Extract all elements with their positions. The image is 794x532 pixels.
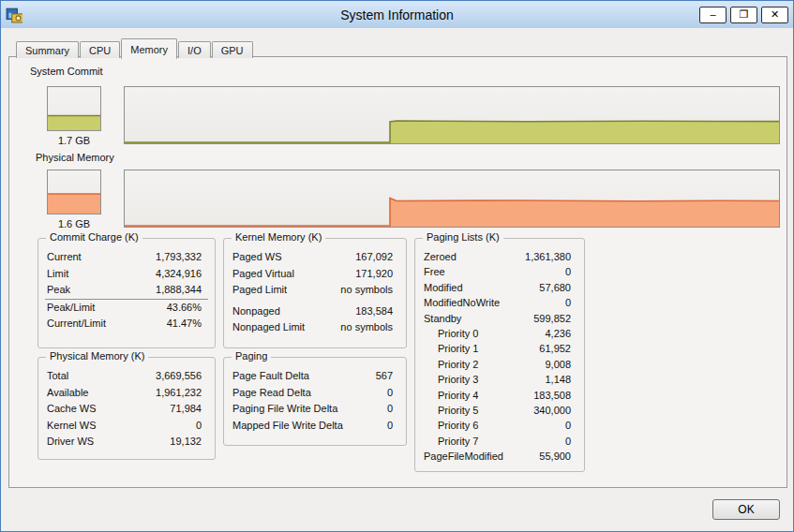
tab-gpu[interactable]: GPU bbox=[212, 41, 253, 58]
stat-row: Priority 7 0 bbox=[422, 434, 577, 449]
paging-title: Paging bbox=[232, 350, 271, 362]
stat-row: Paged Virtual 171,920 bbox=[231, 266, 399, 283]
stat-value: 567 bbox=[376, 368, 393, 385]
stat-label: Priority 5 bbox=[424, 403, 478, 418]
stat-row: Mapped File Write Delta 0 bbox=[231, 418, 399, 435]
stat-label: PageFileModified bbox=[424, 449, 503, 464]
stat-value: 71,984 bbox=[170, 401, 202, 418]
stat-value: 0 bbox=[387, 418, 393, 435]
window-title: System Information bbox=[1, 7, 793, 22]
stat-label: ModifiedNoWrite bbox=[424, 295, 500, 310]
stat-row: Page Fault Delta 567 bbox=[231, 368, 399, 385]
stat-value: 43.66% bbox=[167, 300, 202, 317]
stat-label: Driver WS bbox=[47, 434, 94, 451]
stat-label: Modified bbox=[424, 280, 463, 295]
system-commit-label: System Commit bbox=[30, 66, 103, 77]
memory-tab-page: System Commit 1.7 GB Physical Memory 1.6… bbox=[8, 56, 787, 488]
stat-value: 0 bbox=[387, 385, 393, 402]
close-button[interactable]: ✕ bbox=[761, 7, 788, 23]
stat-row: Priority 3 1,148 bbox=[422, 372, 577, 387]
stat-value: 340,000 bbox=[533, 403, 571, 418]
stat-label: Kernel WS bbox=[47, 418, 97, 435]
stat-row: Available 1,961,232 bbox=[45, 385, 208, 402]
stat-row: Current 1,793,332 bbox=[45, 249, 208, 266]
system-information-window: System Information – ❐ ✕ Summary CPU Mem… bbox=[0, 0, 794, 532]
stat-label: Limit bbox=[47, 266, 68, 283]
stat-row: Paged Limit no symbols bbox=[231, 282, 399, 299]
stat-label: Priority 1 bbox=[424, 341, 478, 356]
stat-label: Nonpaged Limit bbox=[232, 319, 305, 336]
physical-memory-history-graph bbox=[124, 170, 780, 228]
stat-row: PageFileModified 55,900 bbox=[422, 449, 577, 464]
stat-value: 0 bbox=[565, 434, 571, 449]
minimize-button[interactable]: – bbox=[699, 7, 727, 23]
stat-label: Mapped File Write Delta bbox=[232, 418, 343, 435]
commit-charge-rows: Current 1,793,332 Limit 4,324,916 Peak 1… bbox=[45, 249, 208, 332]
stat-value: 4,324,916 bbox=[156, 266, 202, 283]
stat-row: Current/Limit 41.47% bbox=[45, 316, 208, 332]
stat-row: Page Read Delta 0 bbox=[231, 385, 399, 402]
stat-label: Peak bbox=[47, 282, 70, 299]
stat-value: 0 bbox=[565, 418, 571, 433]
stat-value: 167,092 bbox=[355, 249, 393, 266]
stat-value: no symbols bbox=[340, 282, 393, 299]
stat-row: Paging File Write Delta 0 bbox=[231, 401, 399, 418]
stat-row: ModifiedNoWrite 0 bbox=[422, 295, 577, 310]
paging-lists-title: Paging Lists (K) bbox=[423, 231, 503, 243]
title-bar[interactable]: System Information – ❐ ✕ bbox=[1, 1, 793, 28]
physical-memory-panel-title: Physical Memory (K) bbox=[46, 350, 148, 362]
stat-label: Paged Limit bbox=[232, 282, 287, 299]
stat-label: Zeroed bbox=[424, 249, 457, 264]
commit-charge-panel: Commit Charge (K) Current 1,793,332 Limi… bbox=[37, 238, 216, 348]
stat-value: 1,793,332 bbox=[156, 249, 202, 266]
stat-label: Priority 7 bbox=[424, 434, 478, 449]
stat-label: Page Read Delta bbox=[232, 385, 311, 402]
stat-row: Priority 6 0 bbox=[422, 418, 577, 433]
stat-row: Paged WS 167,092 bbox=[231, 249, 399, 266]
stat-row: Peak 1,888,344 bbox=[45, 282, 208, 300]
ok-button[interactable]: OK bbox=[712, 499, 780, 520]
stat-row: Priority 2 9,008 bbox=[422, 357, 577, 372]
stat-value: 183,584 bbox=[355, 303, 393, 320]
stat-value: 0 bbox=[387, 401, 393, 418]
stat-label: Priority 3 bbox=[424, 372, 478, 387]
stat-row: Modified 57,680 bbox=[422, 280, 577, 295]
stat-label: Priority 6 bbox=[424, 418, 478, 433]
physical-memory-rows: Total 3,669,556 Available 1,961,232 Cach… bbox=[45, 368, 208, 451]
stat-row: Nonpaged 183,584 bbox=[231, 303, 399, 320]
stat-label: Cache WS bbox=[47, 401, 97, 418]
stat-row: Zeroed 1,361,380 bbox=[422, 249, 577, 264]
kernel-memory-rows: Paged WS 167,092 Paged Virtual 171,920 P… bbox=[231, 249, 399, 336]
paging-rows: Page Fault Delta 567 Page Read Delta 0 P… bbox=[231, 368, 399, 434]
stat-row: Standby 599,852 bbox=[422, 311, 577, 326]
stat-value: 1,361,380 bbox=[525, 249, 571, 264]
physical-memory-value: 1.6 GB bbox=[47, 218, 101, 229]
stat-value: 599,852 bbox=[533, 311, 571, 326]
stat-row: Priority 0 4,236 bbox=[422, 326, 577, 341]
stat-label: Standby bbox=[424, 311, 461, 326]
tab-memory[interactable]: Memory bbox=[121, 38, 177, 59]
stat-label: Available bbox=[47, 385, 88, 402]
stat-label: Current bbox=[47, 249, 82, 266]
tab-cpu[interactable]: CPU bbox=[80, 41, 120, 58]
tab-io[interactable]: I/O bbox=[178, 41, 211, 58]
stat-value: 19,132 bbox=[170, 434, 202, 451]
stat-label: Peak/Limit bbox=[47, 300, 95, 317]
tab-summary[interactable]: Summary bbox=[16, 41, 79, 58]
system-commit-history-graph bbox=[124, 86, 780, 144]
stat-value: 1,148 bbox=[545, 372, 571, 387]
stat-label: Total bbox=[47, 368, 68, 385]
stat-label: Free bbox=[424, 264, 445, 279]
stat-value: 0 bbox=[565, 295, 571, 310]
stat-label: Priority 4 bbox=[424, 388, 478, 403]
maximize-button[interactable]: ❐ bbox=[730, 7, 757, 23]
window-controls: – ❐ ✕ bbox=[699, 7, 788, 23]
stat-row: Peak/Limit 43.66% bbox=[45, 300, 208, 317]
stat-label: Priority 2 bbox=[424, 357, 478, 372]
stat-row: Limit 4,324,916 bbox=[45, 266, 208, 283]
tab-strip: Summary CPU Memory I/O GPU bbox=[16, 38, 254, 58]
kernel-memory-panel: Kernel Memory (K) Paged WS 167,092 Paged… bbox=[223, 238, 407, 348]
physical-memory-label: Physical Memory bbox=[36, 152, 114, 163]
stat-label: Nonpaged bbox=[232, 303, 280, 320]
stat-row: Nonpaged Limit no symbols bbox=[231, 319, 399, 336]
